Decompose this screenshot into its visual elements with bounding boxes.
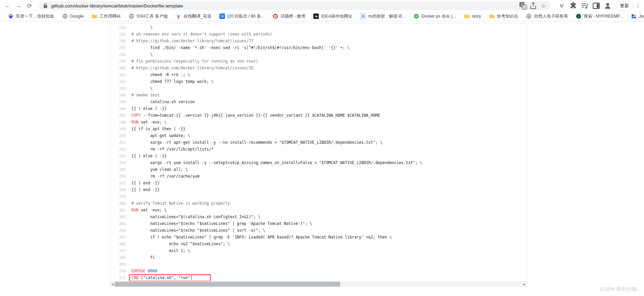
line-number[interactable]: 254 [110, 161, 126, 165]
bookmark-item[interactable]: 知(20 封私信 / 80 条... [215, 12, 269, 20]
line-number[interactable]: 236 [110, 39, 126, 43]
bookmark-item[interactable]: 百度一下，你就知道 [4, 12, 58, 20]
translate-icon[interactable]: 文G [519, 2, 527, 10]
more-menu-dots-icon[interactable]: ⋮ [636, 3, 641, 9]
line-number[interactable]: 244 [110, 93, 126, 97]
line-number[interactable]: 234 [110, 25, 126, 30]
side-panel-icon[interactable] [592, 2, 600, 10]
scroll-right-arrow-icon[interactable]: ▶ [522, 281, 527, 287]
line-number[interactable]: 252 [110, 147, 126, 152]
line-number[interactable]: 246 [110, 107, 126, 111]
code-panel: 234 \235# sh removes env vars it doesn't… [110, 24, 527, 287]
line-number[interactable]: 266 [110, 242, 126, 246]
code-text: RUN set -eux; \ [131, 208, 167, 212]
line-number[interactable]: 257 [110, 181, 126, 185]
line-number[interactable]: 245 [110, 100, 126, 104]
code-text: # fix permissions (especially for runnin… [131, 59, 258, 64]
code-line: 260# verify Tomcat Native is working pro… [110, 200, 527, 207]
line-number[interactable]: 238 [110, 52, 126, 57]
folder-icon [464, 14, 470, 19]
bookmark-item[interactable]: Bmd5加密、解密-B... [356, 12, 410, 20]
line-number[interactable]: 237 [110, 46, 126, 50]
back-icon[interactable]: ← [3, 1, 12, 10]
bookmark-item[interactable]: y在线翻译_有道 [172, 12, 215, 20]
code-token: CMD [131, 275, 139, 280]
bookmark-label: 自然人电子税务局 [534, 14, 568, 19]
bookmark-item[interactable]: story [460, 12, 485, 20]
bookmark-item[interactable]: 软考知识点 [485, 12, 522, 20]
line-number[interactable]: 248 [110, 120, 126, 124]
star-icon[interactable]: ☆ [539, 2, 547, 10]
code-token: echo >&2 "$nativeLines"; \ [131, 242, 230, 246]
bookmark-item[interactable]: Google [58, 12, 88, 20]
line-number[interactable]: 243 [110, 86, 126, 91]
code-token: 8080 [148, 269, 157, 273]
line-number[interactable]: 263 [110, 222, 126, 226]
line-number[interactable]: 269 [110, 262, 126, 267]
code-line: 268 fi [110, 254, 527, 261]
code-line: 269 [110, 261, 527, 268]
code-body: 234 \235# sh removes env vars it doesn't… [110, 24, 527, 281]
code-token: # https://github.com/docker-library/tomc… [131, 66, 253, 70]
line-number[interactable]: 260 [110, 201, 126, 206]
code-token: {{ ) end -}} [131, 181, 160, 185]
horizontal-scrollbar[interactable]: ◀ ▶ [110, 281, 527, 287]
line-number[interactable]: 235 [110, 32, 126, 37]
line-number[interactable]: 249 [110, 127, 126, 131]
address-bar[interactable]: github.com/docker-library/tomcat/blob/ma… [39, 1, 551, 10]
code-line: 234 \ [110, 24, 527, 31]
line-number[interactable]: 242 [110, 79, 126, 84]
code-token: \ [131, 25, 152, 30]
line-number[interactable]: 267 [110, 249, 126, 253]
line-number[interactable]: 255 [110, 167, 126, 172]
bookmark-item[interactable]: 搜索 - MYFREEMP... [572, 12, 627, 20]
line-number[interactable]: 264 [110, 228, 126, 233]
code-line: 262 nativeLines="$(catalina.sh configtes… [110, 213, 527, 220]
line-number[interactable]: 262 [110, 215, 126, 219]
code-token: , [174, 275, 179, 280]
code-text: nativeLines="$(echo "$nativeLines" | sor… [131, 228, 265, 233]
code-line: 254 xargs -rt yum install -y --setopt=sk… [110, 159, 527, 166]
line-number[interactable]: 253 [110, 154, 126, 158]
line-number[interactable]: 259 [110, 195, 126, 199]
bookmark-item[interactable]: JavaScript ListBox... [627, 12, 644, 20]
line-number[interactable]: 240 [110, 66, 126, 70]
line-number[interactable]: 268 [110, 255, 126, 260]
line-number[interactable]: 241 [110, 73, 126, 77]
line-number[interactable]: 251 [110, 140, 126, 145]
scrollbar-thumb[interactable] [115, 282, 340, 287]
bookmark-label: (20 封私信 / 80 条... [227, 14, 265, 19]
extensions-area: V 更新 ⋮ [554, 1, 641, 10]
line-number[interactable]: 247 [110, 113, 126, 118]
profile-avatar-icon[interactable] [604, 2, 612, 10]
code-line: 242 chmod 777 logs temp work; \ [110, 78, 527, 85]
scroll-left-arrow-icon[interactable]: ◀ [110, 281, 115, 287]
line-number[interactable]: 261 [110, 208, 126, 212]
code-text: \ [131, 52, 152, 57]
line-number[interactable]: 256 [110, 174, 126, 179]
line-number[interactable]: 265 [110, 235, 126, 240]
bookmark-item[interactable]: 自然人电子税务局 [522, 12, 572, 20]
bookmark-item[interactable]: SSH工具 客户端 [125, 12, 172, 20]
extensions-puzzle-icon[interactable] [569, 2, 577, 10]
v-extension-icon[interactable]: V [558, 2, 566, 10]
bookmark-item[interactable]: JBIDEA插件包网址 [309, 12, 356, 20]
forward-icon[interactable]: → [14, 1, 23, 10]
bookmark-item[interactable]: 话题榜 - 微博 [269, 12, 310, 20]
url-text[interactable]: github.com/docker-library/tomcat/blob/ma… [51, 3, 517, 8]
reload-icon[interactable]: ⟳ [25, 1, 34, 10]
code-line: 256 rm -rf /var/cache/yum [110, 173, 527, 180]
bookmark-label: Docker ps 命令 |... [421, 14, 456, 19]
line-number[interactable]: 270 [110, 269, 126, 273]
playlist-icon[interactable] [581, 2, 589, 10]
line-number[interactable]: 250 [110, 134, 126, 138]
bookmark-label: 在线翻译_有道 [184, 14, 211, 19]
line-number[interactable]: 271 [110, 276, 126, 280]
line-number[interactable]: 239 [110, 59, 126, 64]
share-icon[interactable] [529, 2, 537, 10]
line-number[interactable]: 258 [110, 188, 126, 192]
update-button[interactable]: 更新 [616, 1, 633, 10]
bookmark-item[interactable]: Docker ps 命令 |... [410, 12, 460, 20]
code-text: # sh removes env vars it doesn't support… [131, 32, 272, 37]
bookmark-item[interactable]: 工作用网站 [88, 12, 125, 20]
